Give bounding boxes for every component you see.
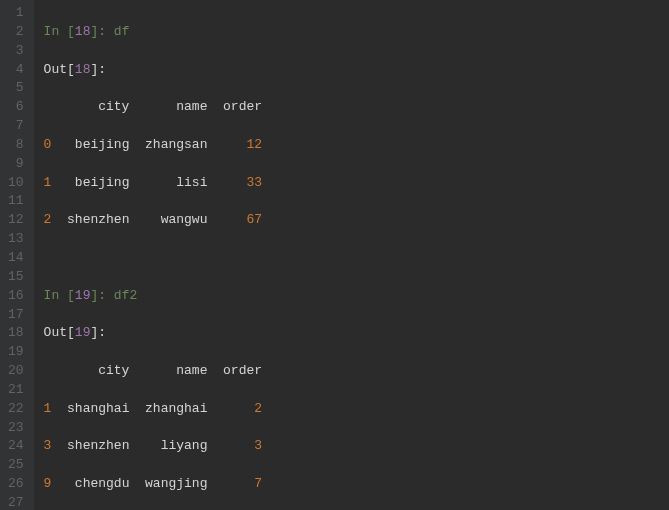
prompt-out: Out[	[44, 62, 75, 77]
line-number: 27	[6, 494, 26, 510]
table-row: 9 chengdu wangjing 7	[44, 475, 669, 494]
table-row: 1 shanghai zhanghai 2	[44, 400, 669, 419]
line-number: 15	[6, 268, 26, 287]
blank-line	[44, 249, 669, 268]
line-number: 20	[6, 362, 26, 381]
line-number: 2	[6, 23, 26, 42]
line-number: 8	[6, 136, 26, 155]
line-number: 9	[6, 155, 26, 174]
line-number: 10	[6, 174, 26, 193]
code-line: Out[19]:	[44, 324, 669, 343]
prompt-number: 18	[75, 62, 91, 77]
line-number: 4	[6, 61, 26, 80]
prompt-text: ]:	[90, 62, 106, 77]
line-number: 25	[6, 456, 26, 475]
table-row: 2 shenzhen wangwu 67	[44, 211, 669, 230]
table-row: 0 beijing zhangsan 12	[44, 136, 669, 155]
line-number: 19	[6, 343, 26, 362]
code-line: In [18]: df	[44, 23, 669, 42]
line-number: 21	[6, 381, 26, 400]
line-number-gutter: 1234567891011121314151617181920212223242…	[0, 0, 34, 510]
line-number: 5	[6, 79, 26, 98]
line-number: 23	[6, 419, 26, 438]
table-row: 1 beijing lisi 33	[44, 174, 669, 193]
table-header: city name order	[44, 98, 669, 117]
line-number: 24	[6, 437, 26, 456]
line-number: 7	[6, 117, 26, 136]
code-line: In [19]: df2	[44, 287, 669, 306]
line-number: 14	[6, 249, 26, 268]
code-editor-content[interactable]: In [18]: df Out[18]: city name order 0 b…	[34, 0, 669, 510]
line-number: 6	[6, 98, 26, 117]
table-row: 3 shenzhen liyang 3	[44, 437, 669, 456]
prompt-text: ]: df	[90, 24, 129, 39]
line-number: 12	[6, 211, 26, 230]
line-number: 11	[6, 192, 26, 211]
prompt-number: 18	[75, 24, 91, 39]
line-number: 18	[6, 324, 26, 343]
line-number: 1	[6, 4, 26, 23]
prompt-in: In [	[44, 24, 75, 39]
code-line: Out[18]:	[44, 61, 669, 80]
line-number: 17	[6, 306, 26, 325]
table-header: city name order	[44, 362, 669, 381]
line-number: 13	[6, 230, 26, 249]
line-number: 16	[6, 287, 26, 306]
line-number: 3	[6, 42, 26, 61]
line-number: 22	[6, 400, 26, 419]
line-number: 26	[6, 475, 26, 494]
